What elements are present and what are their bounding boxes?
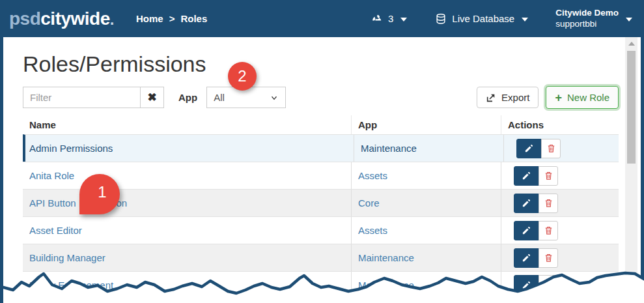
- edit-role-button[interactable]: [516, 139, 542, 158]
- role-name-cell: Anita Role: [23, 162, 352, 189]
- table-row: Admin Permissions Maintenance: [23, 134, 619, 162]
- annotation-callout-2: 2: [228, 62, 257, 91]
- logo-dot: .: [110, 10, 114, 29]
- delete-role-button[interactable]: [539, 248, 558, 268]
- role-app-link[interactable]: Core: [358, 197, 380, 209]
- psd-citywide-logo[interactable]: psd citywide .: [9, 8, 114, 29]
- clear-filter-button[interactable]: ✖: [140, 87, 164, 108]
- table-row: Building Manager Maintenance: [23, 244, 619, 271]
- column-header-name[interactable]: Name: [23, 115, 352, 134]
- pencil-icon: [522, 171, 531, 180]
- account-dropdown[interactable]: Citywide Demo supportbbi: [555, 8, 632, 30]
- page-title: Roles/Permissions: [23, 51, 641, 77]
- column-header-actions: Actions: [501, 115, 619, 134]
- account-name: Citywide Demo: [555, 8, 619, 19]
- database-dropdown[interactable]: Live Database: [434, 12, 528, 25]
- table-body: Admin Permissions Maintenance: [23, 134, 619, 298]
- user-icon: [371, 12, 384, 25]
- role-app-link[interactable]: Assets: [358, 225, 387, 236]
- chevron-down-icon: [522, 18, 528, 22]
- edit-role-button[interactable]: [514, 194, 539, 213]
- row-action-group: [514, 248, 558, 268]
- database-icon: [434, 12, 447, 25]
- row-action-group: [514, 194, 558, 213]
- pencil-icon: [522, 225, 531, 235]
- plus-icon: +: [555, 92, 562, 104]
- session-count: 3: [388, 13, 393, 24]
- app-window: psd citywide . Home > Roles 3: [0, 0, 644, 303]
- filter-input[interactable]: [23, 87, 141, 108]
- delete-role-button[interactable]: [539, 221, 558, 240]
- delete-role-button[interactable]: [539, 166, 558, 186]
- chevron-down-icon: [270, 93, 279, 102]
- role-name-cell: Bylaw Enforcement: [23, 272, 352, 298]
- role-name-cell: Admin Permissions: [25, 135, 354, 162]
- role-app-link[interactable]: Assets: [358, 170, 387, 181]
- role-app-cell: Maintenance: [352, 244, 501, 271]
- logo-prefix: psd: [9, 8, 40, 29]
- role-name-cell: Asset Editor: [23, 217, 352, 244]
- sessions-dropdown[interactable]: 3: [371, 12, 407, 25]
- edit-role-button[interactable]: [514, 166, 539, 186]
- role-actions-cell: [504, 135, 621, 162]
- trash-icon: [544, 171, 553, 180]
- new-role-button[interactable]: + New Role: [546, 86, 619, 109]
- trash-icon: [544, 253, 553, 263]
- role-actions-cell: [501, 190, 619, 216]
- edit-role-button[interactable]: [514, 275, 539, 295]
- export-button[interactable]: Export: [477, 87, 539, 108]
- role-actions-cell: [501, 244, 619, 271]
- chevron-down-icon: [400, 18, 407, 22]
- database-label: Live Database: [452, 13, 514, 24]
- role-app-link[interactable]: Maintenance: [358, 280, 414, 291]
- pencil-icon: [522, 253, 531, 263]
- logo-main: citywide: [40, 8, 109, 29]
- edit-role-button[interactable]: [514, 221, 539, 240]
- trash-icon: [546, 143, 556, 153]
- delete-role-button[interactable]: [541, 139, 561, 158]
- edit-role-button[interactable]: [514, 248, 539, 268]
- scrollbar-thumb[interactable]: [627, 51, 636, 164]
- trash-icon: [544, 225, 553, 235]
- role-app-link[interactable]: Maintenance: [361, 143, 417, 154]
- account-username: supportbbi: [555, 19, 619, 30]
- role-app-cell: Maintenance: [352, 272, 501, 298]
- callout-2-number: 2: [238, 67, 246, 85]
- toolbar: ✖ App All Export + New Role: [23, 86, 619, 109]
- row-action-group: [514, 166, 558, 186]
- column-header-app[interactable]: App: [352, 115, 501, 134]
- breadcrumb-home[interactable]: Home: [136, 13, 163, 24]
- trash-icon: [544, 198, 553, 208]
- role-actions-cell: [501, 162, 619, 189]
- new-role-label: New Role: [567, 92, 609, 103]
- role-name-link[interactable]: Asset Editor: [29, 225, 82, 236]
- role-name-link[interactable]: Admin Permissions: [29, 143, 113, 154]
- delete-role-button[interactable]: [539, 275, 558, 295]
- vertical-scrollbar[interactable]: [625, 37, 637, 303]
- table-header-row: Name App Actions: [23, 115, 619, 134]
- table-row: Asset Editor Assets: [23, 216, 619, 244]
- role-name-link[interactable]: Bylaw Enforcement: [29, 280, 113, 291]
- delete-role-button[interactable]: [539, 194, 558, 213]
- pencil-icon: [522, 280, 531, 290]
- table-row: Bylaw Enforcement Maintenance: [23, 271, 619, 298]
- export-label: Export: [501, 92, 529, 103]
- role-app-link[interactable]: Maintenance: [358, 252, 414, 263]
- scrollbar-up-button[interactable]: [625, 37, 637, 50]
- role-name-link[interactable]: Anita Role: [29, 170, 74, 181]
- annotation-callout-1: 1: [79, 174, 120, 214]
- role-app-cell: Assets: [352, 162, 501, 189]
- top-navbar: psd citywide . Home > Roles 3: [0, 0, 644, 37]
- export-icon: [486, 93, 496, 103]
- role-name-link[interactable]: Building Manager: [29, 252, 105, 263]
- chevron-down-icon: [626, 18, 632, 22]
- role-name-cell: Building Manager: [23, 244, 352, 271]
- clear-icon: ✖: [147, 91, 156, 104]
- breadcrumb: Home > Roles: [136, 13, 207, 24]
- callout-1-number: 1: [98, 183, 106, 201]
- role-name-cell: API Button Permission: [23, 190, 352, 216]
- scroll-up-icon: [628, 42, 635, 46]
- app-filter-value: All: [214, 92, 225, 103]
- pencil-icon: [522, 198, 531, 208]
- row-action-group: [516, 139, 561, 158]
